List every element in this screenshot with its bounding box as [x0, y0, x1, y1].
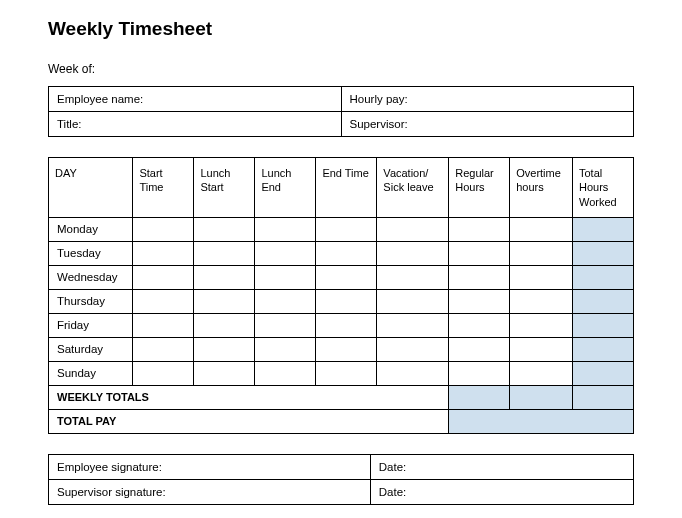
- table-header-row: DAY Start Time Lunch Start Lunch End End…: [49, 158, 634, 218]
- hourly-pay-cell[interactable]: Hourly pay:: [341, 87, 634, 112]
- day-label: Monday: [49, 217, 133, 241]
- cell-input[interactable]: [194, 241, 255, 265]
- total-pay-row: TOTAL PAY: [49, 409, 634, 433]
- employee-date-cell[interactable]: Date:: [370, 454, 633, 479]
- cell-input[interactable]: [133, 289, 194, 313]
- cell-input[interactable]: [255, 313, 316, 337]
- col-vacation-sick: Vacation/ Sick leave: [377, 158, 449, 218]
- table-row: Thursday: [49, 289, 634, 313]
- cell-input[interactable]: [255, 265, 316, 289]
- supervisor-date-cell[interactable]: Date:: [370, 479, 633, 504]
- page-title: Weekly Timesheet: [48, 18, 634, 40]
- cell-input[interactable]: [377, 217, 449, 241]
- week-of-label: Week of:: [48, 62, 634, 76]
- cell-input[interactable]: [194, 289, 255, 313]
- cell-total: [572, 217, 633, 241]
- employee-signature-cell[interactable]: Employee signature:: [49, 454, 371, 479]
- table-row: Sunday: [49, 361, 634, 385]
- cell-input[interactable]: [133, 265, 194, 289]
- weekly-totals-row: WEEKLY TOTALS: [49, 385, 634, 409]
- cell-total: [572, 361, 633, 385]
- cell-input[interactable]: [255, 361, 316, 385]
- col-start-time: Start Time: [133, 158, 194, 218]
- col-day: DAY: [49, 158, 133, 218]
- cell-input[interactable]: [316, 289, 377, 313]
- title-cell[interactable]: Title:: [49, 112, 342, 137]
- cell-input[interactable]: [510, 337, 573, 361]
- weekly-overtime-total: [510, 385, 573, 409]
- cell-input[interactable]: [316, 337, 377, 361]
- day-label: Thursday: [49, 289, 133, 313]
- cell-input[interactable]: [133, 337, 194, 361]
- cell-input[interactable]: [449, 265, 510, 289]
- cell-input[interactable]: [510, 241, 573, 265]
- cell-input[interactable]: [194, 337, 255, 361]
- cell-input[interactable]: [449, 289, 510, 313]
- cell-input[interactable]: [377, 241, 449, 265]
- table-row: Wednesday: [49, 265, 634, 289]
- day-label: Wednesday: [49, 265, 133, 289]
- table-row: Monday: [49, 217, 634, 241]
- cell-input[interactable]: [449, 241, 510, 265]
- employee-info-table: Employee name: Hourly pay: Title: Superv…: [48, 86, 634, 137]
- table-row: Employee name: Hourly pay:: [49, 87, 634, 112]
- cell-input[interactable]: [255, 241, 316, 265]
- supervisor-signature-cell[interactable]: Supervisor signature:: [49, 479, 371, 504]
- weekly-totals-label: WEEKLY TOTALS: [49, 385, 449, 409]
- cell-input[interactable]: [377, 361, 449, 385]
- cell-total: [572, 241, 633, 265]
- cell-total: [572, 289, 633, 313]
- cell-input[interactable]: [510, 361, 573, 385]
- cell-total: [572, 265, 633, 289]
- cell-input[interactable]: [133, 313, 194, 337]
- day-label: Tuesday: [49, 241, 133, 265]
- table-row: Friday: [49, 313, 634, 337]
- cell-total: [572, 313, 633, 337]
- cell-input[interactable]: [377, 265, 449, 289]
- cell-input[interactable]: [316, 241, 377, 265]
- cell-input[interactable]: [449, 361, 510, 385]
- weekly-regular-total: [449, 385, 510, 409]
- cell-input[interactable]: [449, 313, 510, 337]
- table-row: Saturday: [49, 337, 634, 361]
- cell-input[interactable]: [510, 217, 573, 241]
- cell-input[interactable]: [194, 217, 255, 241]
- cell-input[interactable]: [194, 361, 255, 385]
- col-lunch-end: Lunch End: [255, 158, 316, 218]
- cell-input[interactable]: [449, 337, 510, 361]
- employee-name-cell[interactable]: Employee name:: [49, 87, 342, 112]
- supervisor-cell[interactable]: Supervisor:: [341, 112, 634, 137]
- day-label: Sunday: [49, 361, 133, 385]
- col-overtime-hours: Overtime hours: [510, 158, 573, 218]
- cell-input[interactable]: [316, 265, 377, 289]
- cell-input[interactable]: [377, 337, 449, 361]
- col-total-hours: Total Hours Worked: [572, 158, 633, 218]
- cell-input[interactable]: [510, 265, 573, 289]
- total-pay-label: TOTAL PAY: [49, 409, 449, 433]
- cell-input[interactable]: [316, 313, 377, 337]
- cell-input[interactable]: [255, 217, 316, 241]
- cell-input[interactable]: [133, 241, 194, 265]
- cell-input[interactable]: [510, 313, 573, 337]
- total-pay-value: [449, 409, 634, 433]
- cell-input[interactable]: [377, 313, 449, 337]
- cell-input[interactable]: [377, 289, 449, 313]
- cell-input[interactable]: [316, 361, 377, 385]
- table-row: Tuesday: [49, 241, 634, 265]
- cell-input[interactable]: [255, 289, 316, 313]
- cell-input[interactable]: [449, 217, 510, 241]
- cell-input[interactable]: [510, 289, 573, 313]
- col-lunch-start: Lunch Start: [194, 158, 255, 218]
- cell-input[interactable]: [194, 313, 255, 337]
- cell-input[interactable]: [255, 337, 316, 361]
- cell-input[interactable]: [133, 217, 194, 241]
- cell-input[interactable]: [316, 217, 377, 241]
- cell-input[interactable]: [133, 361, 194, 385]
- col-regular-hours: Regular Hours: [449, 158, 510, 218]
- cell-total: [572, 337, 633, 361]
- cell-input[interactable]: [194, 265, 255, 289]
- col-end-time: End Time: [316, 158, 377, 218]
- timesheet-table: DAY Start Time Lunch Start Lunch End End…: [48, 157, 634, 434]
- weekly-total-hours: [572, 385, 633, 409]
- table-row: Employee signature: Date:: [49, 454, 634, 479]
